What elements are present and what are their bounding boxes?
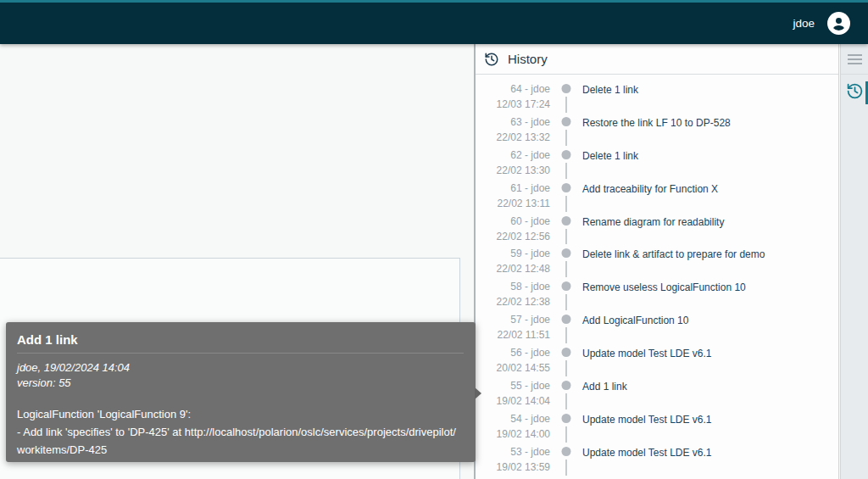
history-panel: History 64 - jdoe 12/03 17:24 Delete 1 l…	[476, 44, 839, 479]
user-icon	[827, 11, 850, 36]
timeline-connector	[565, 327, 567, 343]
timeline-connector	[565, 426, 567, 443]
strip-top-section	[841, 44, 868, 75]
user-avatar-button[interactable]	[827, 12, 850, 35]
timeline-connector	[565, 460, 567, 476]
tooltip-body-line2: - Add link 'specifies' to 'DP-425' at ht…	[17, 423, 464, 459]
timeline-node	[550, 180, 582, 213]
timeline-dot[interactable]	[562, 348, 571, 357]
timeline-dot[interactable]	[562, 117, 571, 126]
entry-version: 63 - jdoe	[476, 114, 550, 130]
timeline-connector	[565, 261, 567, 277]
timeline-connector	[565, 294, 567, 310]
entry-date: 22/02 13:11	[476, 196, 550, 212]
menu-icon[interactable]	[848, 54, 862, 64]
entry-message[interactable]: Delete 1 link	[582, 147, 838, 180]
entry-meta: 60 - jdoe 22/02 12:56	[476, 213, 550, 246]
entry-version: 60 - jdoe	[476, 213, 550, 229]
history-entry[interactable]: 59 - jdoe 22/02 12:48 Delete link & arti…	[476, 245, 838, 278]
entry-message[interactable]: Add 1 link	[582, 377, 838, 410]
timeline-connector	[565, 130, 567, 146]
timeline-dot[interactable]	[562, 84, 571, 93]
entry-date: 19/02 13:59	[476, 460, 550, 476]
entry-message[interactable]: Update model Test LDE v6.1	[582, 443, 838, 476]
entry-meta: 55 - jdoe 19/02 14:04	[476, 377, 550, 410]
timeline-connector	[565, 229, 567, 245]
entry-meta: 63 - jdoe 22/02 13:32	[476, 114, 550, 147]
history-entry[interactable]: 63 - jdoe 22/02 13:32 Restore the link L…	[476, 114, 838, 147]
entry-date: 22/02 12:38	[476, 294, 550, 310]
timeline-connector	[565, 97, 567, 113]
timeline-node	[550, 245, 582, 278]
timeline-node	[550, 114, 582, 147]
history-entry[interactable]: 60 - jdoe 22/02 12:56 Rename diagram for…	[476, 213, 838, 246]
entry-version: 54 - jdoe	[476, 410, 550, 426]
timeline-dot[interactable]	[562, 150, 571, 159]
history-timeline: 64 - jdoe 12/03 17:24 Delete 1 link 63 -…	[476, 75, 838, 476]
entry-meta: 62 - jdoe 22/02 13:30	[476, 147, 550, 180]
entry-message[interactable]: Restore the link LF 10 to DP-528	[582, 114, 838, 147]
entry-message[interactable]: Delete 1 link	[582, 81, 838, 114]
entry-date: 22/02 12:56	[476, 229, 550, 245]
history-entry[interactable]: 62 - jdoe 22/02 13:30 Delete 1 link	[476, 147, 838, 180]
timeline-dot[interactable]	[562, 447, 571, 456]
entry-message[interactable]: Rename diagram for readability	[582, 213, 838, 246]
entry-message[interactable]: Add LogicalFunction 10	[582, 311, 838, 344]
entry-meta: 64 - jdoe 12/03 17:24	[476, 81, 550, 114]
timeline-node	[550, 344, 582, 377]
history-entry[interactable]: 61 - jdoe 22/02 13:11 Add traceability f…	[476, 180, 838, 213]
entry-version: 62 - jdoe	[476, 147, 550, 163]
entry-version: 56 - jdoe	[476, 344, 550, 360]
history-icon	[484, 52, 499, 67]
entry-meta: 53 - jdoe 19/02 13:59	[476, 443, 550, 476]
timeline-node	[550, 410, 582, 443]
timeline-dot[interactable]	[562, 183, 571, 192]
version-tooltip: Add 1 link jdoe, 19/02/2024 14:04 versio…	[6, 322, 476, 462]
history-tab-button[interactable]	[841, 82, 868, 100]
history-entry[interactable]: 54 - jdoe 19/02 14:00 Update model Test …	[476, 410, 838, 443]
timeline-dot[interactable]	[562, 414, 571, 423]
history-entry[interactable]: 58 - jdoe 22/02 12:38 Remove useless Log…	[476, 278, 838, 311]
entry-meta: 59 - jdoe 22/02 12:48	[476, 245, 550, 278]
timeline-connector	[565, 196, 567, 212]
entry-date: 19/02 14:00	[476, 426, 550, 443]
entry-version: 64 - jdoe	[476, 81, 550, 97]
entry-version: 55 - jdoe	[476, 377, 550, 393]
history-entry[interactable]: 57 - jdoe 22/02 11:51 Add LogicalFunctio…	[476, 311, 838, 344]
entry-version: 57 - jdoe	[476, 311, 550, 327]
entry-meta: 56 - jdoe 20/02 14:55	[476, 344, 550, 377]
timeline-dot[interactable]	[562, 315, 571, 324]
timeline-dot[interactable]	[562, 381, 571, 390]
entry-message[interactable]: Add traceability for Function X	[582, 180, 838, 213]
entry-version: 53 - jdoe	[476, 443, 550, 460]
tooltip-body-line1: LogicalFunction 'LogicalFunction 9':	[17, 405, 464, 423]
entry-message[interactable]: Remove useless LogicalFunction 10	[582, 278, 838, 311]
entry-meta: 58 - jdoe 22/02 12:38	[476, 278, 550, 311]
timeline-node	[550, 311, 582, 344]
timeline-node	[550, 147, 582, 180]
entry-date: 22/02 13:32	[476, 130, 550, 146]
entry-message[interactable]: Update model Test LDE v6.1	[582, 344, 838, 377]
history-entry[interactable]: 55 - jdoe 19/02 14:04 Add 1 link	[476, 377, 838, 410]
timeline-connector	[565, 360, 567, 376]
timeline-connector	[565, 163, 567, 179]
timeline-connector	[565, 393, 567, 409]
history-panel-title: History	[508, 52, 548, 66]
entry-version: 58 - jdoe	[476, 278, 550, 294]
history-entry[interactable]: 56 - jdoe 20/02 14:55 Update model Test …	[476, 344, 838, 377]
entry-message[interactable]: Delete link & artifact to prepare for de…	[582, 245, 838, 278]
entry-version: 59 - jdoe	[476, 245, 550, 261]
timeline-node	[550, 81, 582, 114]
entry-date: 20/02 14:55	[476, 360, 550, 376]
timeline-dot[interactable]	[562, 248, 571, 258]
timeline-dot[interactable]	[562, 281, 571, 291]
entry-date: 22/02 13:30	[476, 163, 550, 179]
history-entry[interactable]: 53 - jdoe 19/02 13:59 Update model Test …	[476, 443, 838, 476]
timeline-dot[interactable]	[562, 216, 571, 226]
entry-meta: 54 - jdoe 19/02 14:00	[476, 410, 550, 443]
entry-message[interactable]: Update model Test LDE v6.1	[582, 410, 838, 443]
history-header: History	[476, 44, 838, 75]
history-entry[interactable]: 64 - jdoe 12/03 17:24 Delete 1 link	[476, 81, 838, 114]
timeline-node	[550, 377, 582, 410]
tooltip-body: LogicalFunction 'LogicalFunction 9': - A…	[17, 405, 464, 459]
